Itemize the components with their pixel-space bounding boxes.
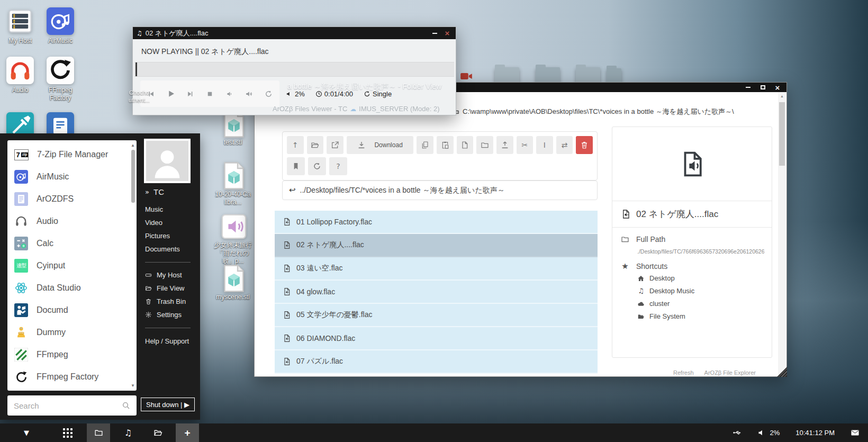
refresh-icon [313, 162, 321, 170]
next-button[interactable] [180, 82, 200, 106]
shortcut-cluster[interactable]: cluster [637, 300, 772, 308]
toolbar-delete-button[interactable] [576, 136, 593, 154]
toolbar-move-button[interactable]: ⇄ [556, 136, 573, 154]
file-row-2[interactable]: 03 遠い空.flac [275, 257, 598, 281]
toolbar-rename-button[interactable]: I [536, 136, 553, 154]
app-item-airmusic[interactable]: AirMusic [7, 166, 129, 188]
help-support-link[interactable]: Help / Support [145, 337, 189, 345]
close-icon[interactable] [442, 30, 452, 37]
reload-icon [265, 90, 273, 98]
desktop-icon-my-host[interactable]: My Host [0, 7, 40, 45]
video-camera-icon[interactable] [458, 69, 474, 83]
toolbar-cut-button[interactable]: ✂ [517, 136, 534, 154]
taskbar-fileview-button[interactable] [146, 423, 169, 442]
app-item-calc[interactable]: Calc [7, 232, 129, 255]
system-link-my-host[interactable]: My Host [145, 268, 186, 282]
scrollbar-thumb[interactable] [779, 102, 785, 166]
usb-tray-icon[interactable] [733, 428, 742, 437]
trash-icon [145, 298, 152, 305]
previous-button[interactable] [141, 82, 161, 106]
toolbar-open-external-button[interactable] [327, 136, 343, 154]
quick-link-music[interactable]: Music [145, 203, 180, 216]
avatar[interactable] [144, 139, 191, 183]
app-drawer-button[interactable] [56, 423, 79, 442]
scroll-up-icon[interactable]: ▲ [131, 143, 135, 148]
toolbar-new-folder-button[interactable] [476, 136, 493, 154]
shutdown-button[interactable]: Shut down | ▶ [141, 398, 195, 411]
taskbar-folder-button[interactable] [87, 423, 110, 442]
system-link-settings[interactable]: Settings [145, 308, 186, 321]
app-item-ffmpeg[interactable]: FFmpeg [7, 344, 129, 366]
toolbar-paste-button[interactable] [437, 136, 454, 154]
audio-file-icon [621, 209, 631, 219]
file-row-5[interactable]: 06 DIAMOND.flac [275, 327, 598, 350]
reload-button[interactable] [259, 82, 278, 106]
username[interactable]: » TC [145, 187, 164, 196]
minimize-icon[interactable] [430, 30, 439, 37]
file-icon [460, 141, 469, 149]
volume-down-button[interactable] [220, 82, 239, 106]
toolbar-help-button[interactable]: ? [329, 157, 347, 175]
volume-up-button[interactable] [239, 82, 259, 106]
clock[interactable]: 10:41:12 PM [795, 429, 835, 437]
shortcut-file-system[interactable]: File System [637, 312, 772, 320]
hide-menu-button[interactable]: ▼ [15, 423, 38, 442]
toolbar-new-file-button[interactable] [457, 136, 474, 154]
app-item-arozdfs[interactable]: ArOZDFS [7, 188, 129, 210]
stop-button[interactable] [200, 82, 220, 106]
desktop-icon-audio[interactable]: Audio [0, 57, 40, 94]
new-window-button[interactable]: + [176, 423, 199, 442]
toolbar-open-button[interactable] [307, 136, 324, 154]
seek-bar[interactable] [134, 62, 454, 77]
toolbar-parent-dir-button[interactable]: ↑ [287, 136, 304, 154]
toolbar-copy-button[interactable] [417, 136, 433, 154]
quick-link-video[interactable]: Video [145, 216, 180, 229]
desktop-icon-p[interactable]: 少女終末旅行「雨だれの歌」p... [213, 212, 253, 265]
close-icon[interactable] [773, 84, 782, 91]
volume-status: 2% [286, 90, 305, 98]
app-item-data-studio[interactable]: Data Studio [7, 277, 129, 299]
volume-tray[interactable]: 2% [757, 428, 780, 437]
maximize-icon[interactable] [758, 84, 767, 91]
system-link-trash-bin[interactable]: Trash Bin [145, 295, 186, 308]
app-item-ffmpeg-factory[interactable]: FFmpeg Factory [7, 366, 129, 388]
quick-link-pictures[interactable]: Pictures [145, 229, 180, 242]
toolbar-bookmark-button[interactable] [287, 157, 305, 175]
scrollbar[interactable]: ▲ [778, 93, 786, 376]
desktop-icon-10-20-40-ca-libra[interactable]: 10-20-40-Ca libra... [213, 161, 253, 206]
search-input[interactable]: Search [7, 395, 137, 416]
refresh-link[interactable]: Refresh [673, 369, 694, 376]
file-row-6[interactable]: 07 パズル.flac [275, 350, 598, 374]
app-item-documd[interactable]: Documd [7, 299, 129, 321]
loop-mode-status[interactable]: Single [364, 90, 392, 98]
player-titlebar[interactable]: ♫ 02 ネトゲ廃人....flac [133, 27, 456, 39]
toolbar-download-button[interactable]: Download [347, 136, 414, 154]
scrollbar-thumb[interactable] [131, 150, 135, 203]
file-row-4[interactable]: 05 文学少年の憂鬱.flac [275, 304, 598, 327]
desktop-icon-ffmpeg-factory[interactable]: FFmpeg Factory [40, 57, 80, 102]
shortcut-desktop[interactable]: Desktop [637, 274, 772, 282]
minimize-icon[interactable] [743, 84, 753, 91]
scroll-up-icon[interactable]: ▲ [778, 94, 786, 98]
server-icon [6, 7, 34, 35]
file-row-3[interactable]: 04 glow.flac [275, 281, 598, 304]
system-link-file-view[interactable]: File View [145, 282, 186, 295]
toolbar-upload-button[interactable] [496, 136, 513, 154]
play-button[interactable] [161, 82, 180, 106]
app-item-cyinput[interactable]: 速型Cyinput [7, 255, 129, 277]
paste-icon [441, 141, 449, 149]
app-item-7-zip-file-manager[interactable]: 7zip7-Zip File Manager [7, 143, 129, 166]
app-item-dummy[interactable]: Dummy [7, 321, 129, 344]
shortcut-desktop-music[interactable]: ♫Desktop Music [637, 287, 772, 295]
breadcrumb[interactable]: ↩ ../Desktop/files/TC/*voices in a bottl… [282, 181, 598, 200]
app-item-audio[interactable]: Audio [7, 210, 129, 232]
file-row-1[interactable]: 02 ネトゲ廃人....flac [275, 234, 598, 257]
scroll-down-icon[interactable]: ▼ [131, 383, 135, 388]
desktop-icon-airmusic[interactable]: AirMusic [40, 7, 80, 45]
quick-link-documents[interactable]: Documents [145, 242, 180, 256]
desktop-icon-myscene-stl[interactable]: myscene.stl [213, 264, 253, 301]
file-row-0[interactable]: 01 Lollipop Factory.flac [275, 211, 598, 234]
taskbar-music-button[interactable]: ♫ [116, 423, 140, 442]
toolbar-refresh-button[interactable] [308, 157, 326, 175]
notifications-tray[interactable] [851, 428, 860, 437]
